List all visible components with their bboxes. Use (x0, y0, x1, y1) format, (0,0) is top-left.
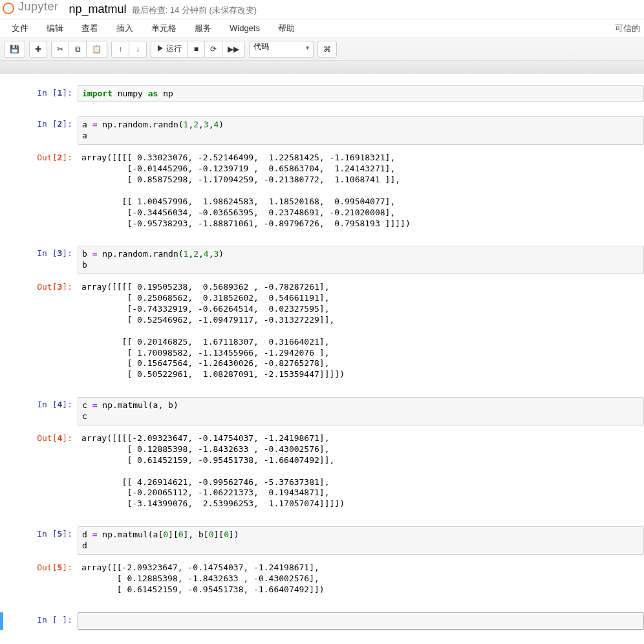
save-button[interactable]: 💾 (4, 41, 25, 58)
output-cell: Out[3]: array([[[[ 0.19505238, 0.5689362… (0, 278, 644, 384)
paste-button[interactable]: 📋 (86, 41, 107, 58)
toolbar: 💾 ✚ ✂ ⧉ 📋 ↑ ↓ ▶ 运行 ■ ⟳ ▶▶ 代码 ⌘ (0, 38, 644, 61)
add-cell-button[interactable]: ✚ (29, 41, 47, 58)
code-cell-empty[interactable]: In [ ]: (0, 611, 644, 631)
input-prompt: In [ ]: (0, 612, 78, 630)
header: Jupyter np_matmul 最后检查: 14 分钟前 (未保存改变) (0, 0, 644, 19)
checkpoint-status: 最后检查: 14 分钟前 (未保存改变) (132, 5, 257, 16)
move-down-button[interactable]: ↓ (129, 41, 147, 58)
menu-view[interactable]: 查看 (72, 19, 107, 38)
output-prompt: Out[3]: (0, 279, 78, 383)
toolbar-shadow (0, 61, 644, 74)
trusted-indicator[interactable]: 可信的 (615, 23, 640, 34)
input-prompt: In [4]: (0, 397, 78, 425)
menu-edit[interactable]: 编辑 (38, 19, 72, 38)
code-input[interactable]: d = np.matmul(a[0][0], b[0][0]) d (78, 526, 644, 555)
menu-help[interactable]: 帮助 (269, 19, 304, 38)
arrow-down-icon: ↓ (136, 45, 140, 54)
run-label: ▶ 运行 (156, 43, 182, 54)
code-cell[interactable]: In [3]: b = np.random.randn(1,2,4,3) b (0, 244, 644, 275)
run-all-button[interactable]: ▶▶ (222, 41, 245, 58)
output-text: array([[[[-2.09323647, -0.14754037, -1.2… (78, 431, 644, 512)
output-text: array([[[[ 0.19505238, 0.5689362 , -0.78… (78, 279, 644, 383)
run-button[interactable]: ▶ 运行 (151, 41, 188, 58)
menu-cell[interactable]: 单元格 (142, 19, 186, 38)
menu-insert[interactable]: 插入 (107, 19, 142, 38)
output-prompt: Out[5]: (0, 560, 78, 598)
output-text: array([[[[ 0.33023076, -2.52146499, 1.22… (78, 150, 644, 231)
paste-icon: 📋 (92, 45, 102, 54)
arrow-up-icon: ↑ (118, 45, 122, 54)
restart-button[interactable]: ⟳ (204, 41, 222, 58)
code-input[interactable] (78, 612, 644, 630)
input-prompt: In [2]: (0, 116, 78, 145)
code-input[interactable]: b = np.random.randn(1,2,4,3) b (78, 246, 644, 274)
input-prompt: In [5]: (0, 526, 78, 555)
cut-button[interactable]: ✂ (51, 41, 69, 58)
jupyter-logo[interactable]: Jupyter (0, 0, 64, 14)
code-input[interactable]: a = np.random.randn(1,2,3,4) a (78, 116, 644, 145)
cell-type-select[interactable]: 代码 (249, 41, 314, 58)
code-cell[interactable]: In [4]: c = np.matmul(a, b) c (0, 396, 644, 427)
output-cell: Out[4]: array([[[[-2.09323647, -0.147540… (0, 429, 644, 513)
code-cell[interactable]: In [2]: a = np.random.randn(1,2,3,4) a (0, 115, 644, 146)
code-cell[interactable]: In [5]: d = np.matmul(a[0][0], b[0][0]) … (0, 525, 644, 556)
command-palette-button[interactable]: ⌘ (317, 41, 337, 58)
output-cell: Out[5]: array([[-2.09323647, -0.14754037… (0, 559, 644, 599)
save-icon: 💾 (10, 45, 19, 54)
code-input[interactable]: import numpy as np (78, 85, 644, 103)
cell-type-value: 代码 (253, 42, 269, 51)
move-up-button[interactable]: ↑ (111, 41, 129, 58)
code-cell[interactable]: In [1]: import numpy as np (0, 84, 644, 104)
jupyter-logo-icon (3, 3, 14, 14)
notebook-container: In [1]: import numpy as np In [2]: a = n… (0, 74, 644, 645)
notebook-name[interactable]: np_matmul (69, 3, 127, 16)
menu-kernel[interactable]: 服务 (186, 19, 220, 38)
output-prompt: Out[2]: (0, 150, 78, 231)
restart-icon: ⟳ (210, 45, 217, 54)
jupyter-logo-text: Jupyter (18, 0, 59, 14)
stop-button[interactable]: ■ (187, 41, 205, 58)
plus-icon: ✚ (35, 45, 41, 54)
menu-widgets[interactable]: Widgets (220, 19, 269, 37)
copy-icon: ⧉ (75, 45, 81, 54)
copy-button[interactable]: ⧉ (69, 41, 87, 58)
output-text: array([[-2.09323647, -0.14754037, -1.241… (78, 560, 644, 598)
fast-forward-icon: ▶▶ (228, 45, 239, 54)
input-prompt: In [1]: (0, 85, 78, 103)
input-prompt: In [3]: (0, 246, 78, 274)
keyboard-icon: ⌘ (323, 45, 331, 54)
output-prompt: Out[4]: (0, 431, 78, 512)
stop-icon: ■ (194, 45, 199, 54)
menu-file[interactable]: 文件 (3, 19, 38, 38)
cut-icon: ✂ (57, 45, 63, 54)
code-input[interactable]: c = np.matmul(a, b) c (78, 397, 644, 425)
output-cell: Out[2]: array([[[[ 0.33023076, -2.521464… (0, 149, 644, 233)
menubar: 文件 编辑 查看 插入 单元格 服务 Widgets 帮助 可信的 (0, 19, 644, 38)
